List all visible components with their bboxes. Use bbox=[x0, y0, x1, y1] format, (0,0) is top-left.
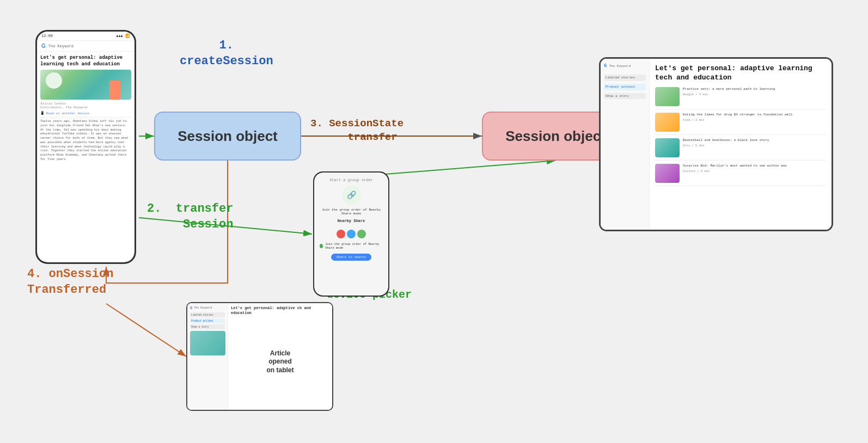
device-avatar-2 bbox=[347, 230, 356, 238]
step2-label: 2. transfer Session bbox=[147, 201, 233, 232]
article-opened-text: Articleopenedon tablet bbox=[267, 349, 294, 375]
device-avatar-1 bbox=[337, 230, 345, 238]
tablet-sidebar-item-1: Product actions bbox=[604, 84, 646, 90]
tablet-list-img-3 bbox=[655, 164, 680, 183]
nearby-share-header: Start a group order bbox=[329, 178, 373, 182]
device-item: Join the group order of Nearby Share mod… bbox=[317, 241, 386, 251]
tablet-list-text-0: Practice sets: a more personal path to l… bbox=[683, 87, 775, 91]
tablet-article-title: Let's get personal: adaptive learning te… bbox=[655, 64, 826, 83]
tablet-main: Let's get personal: adaptive learning te… bbox=[650, 59, 832, 230]
device-list: Join the group order of Nearby Share mod… bbox=[317, 241, 386, 251]
tablet-list-item-0: Practice sets: a more personal path to l… bbox=[655, 87, 826, 109]
tb-item-0: Limited stories bbox=[190, 312, 225, 317]
tb-item-1: Product actions bbox=[190, 318, 225, 323]
article-image bbox=[40, 70, 131, 100]
step4-label: 4. onSessionTransferred bbox=[27, 267, 113, 298]
step1-label: 1. createSession bbox=[180, 38, 273, 69]
tablet-destination: G The Keyword Limited stories Product ac… bbox=[599, 57, 833, 231]
tablet-list-item-2: Basketball and beatboxes: a black love s… bbox=[655, 138, 826, 161]
tablet-list-text-3: Surprise Bid: Marilyn's most wanted to s… bbox=[683, 164, 787, 168]
article-meta: Alicia Connio Contributor, The Keyword bbox=[40, 102, 131, 109]
article-body: Twelve years ago, Shantanu Sinha left hi… bbox=[40, 119, 131, 161]
session-box-left: Session object bbox=[154, 112, 301, 161]
tb-item-2: Show a story bbox=[190, 324, 225, 329]
nearby-share-label: Nearby Share bbox=[338, 219, 365, 223]
tablet-sidebar: G The Keyword Limited stories Product ac… bbox=[601, 59, 650, 230]
tb-img bbox=[190, 331, 225, 355]
tablet-sidebar-item-0: Limited stories bbox=[604, 75, 646, 81]
nearby-share-icon: 🔗 bbox=[342, 186, 361, 205]
tb-sidebar-top: G The Keyword bbox=[190, 306, 225, 310]
tablet-list-img-0 bbox=[655, 87, 680, 106]
article-opened-overlay: Articleopenedon tablet bbox=[231, 317, 329, 407]
tablet-article-list: Practice sets: a more personal path to l… bbox=[655, 87, 826, 186]
tb-g-logo: G bbox=[190, 306, 192, 310]
share-nearby-btn: Share to nearby bbox=[331, 254, 371, 261]
phone-source: 12:00 ▲▲▲ 📶 G The Keyword Let's get pers… bbox=[35, 30, 136, 264]
tablet-list-text-1: Eating the limes for drug $3 stronger to… bbox=[683, 113, 793, 117]
article-title: Let's get personal: adaptive learning te… bbox=[40, 55, 131, 67]
tb-keyword: The Keyword bbox=[194, 306, 212, 310]
step3-label: 3. SessionState transfer bbox=[310, 117, 404, 144]
tablet-list-meta-0: Google • 4 min bbox=[683, 93, 775, 96]
read-on-device: 📱 Read on another device bbox=[40, 111, 131, 118]
phone-content: Let's get personal: adaptive learning te… bbox=[37, 52, 135, 262]
tablet-list-img-2 bbox=[655, 138, 680, 157]
svg-line-8 bbox=[106, 304, 186, 356]
tablet-article-opened: G The Keyword Limited stories Product ac… bbox=[186, 302, 333, 411]
tablet-sidebar-item-2: Show a story bbox=[604, 93, 646, 100]
diagram-container: 1. createSession 2. transfer Session 3. … bbox=[0, 0, 868, 443]
tablet-list-img-1 bbox=[655, 113, 680, 132]
tablet-g-logo: G bbox=[604, 63, 607, 69]
device-dot bbox=[320, 244, 323, 248]
tablet-list-meta-2: Arts • 5 min bbox=[683, 144, 769, 147]
device-avatars bbox=[337, 230, 366, 238]
tb-main: Let's get personal: adaptive ch and educ… bbox=[228, 303, 332, 410]
keyword-text: The Keyword bbox=[48, 44, 74, 48]
tablet-list-meta-1: Food • 3 min bbox=[683, 118, 793, 122]
tablet-sidebar-top: G The Keyword bbox=[604, 63, 646, 69]
tablet-list-meta-3: Culture • 6 min bbox=[683, 169, 787, 173]
tablet-list-item-3: Surprise Bid: Marilyn's most wanted to s… bbox=[655, 164, 826, 186]
tablet-list-text-2: Basketball and beatboxes: a black love s… bbox=[683, 138, 769, 143]
phone-device-picker: Start a group order 🔗 Join the group ord… bbox=[313, 171, 389, 297]
tb-sidebar: G The Keyword Limited stories Product ac… bbox=[187, 303, 228, 410]
group-order-text: Join the group order of Nearby Share mod… bbox=[317, 208, 386, 216]
phone-status-bar: 12:00 ▲▲▲ 📶 bbox=[37, 32, 135, 41]
tb-article-header: Let's get personal: adaptive ch and educ… bbox=[228, 303, 332, 317]
phone-top-bar: G The Keyword bbox=[37, 41, 135, 52]
tablet-list-item-1: Eating the limes for drug $3 stronger to… bbox=[655, 113, 826, 135]
google-logo: G bbox=[41, 43, 46, 49]
tablet-keyword: The Keyword bbox=[609, 64, 631, 68]
device-avatar-3 bbox=[357, 230, 366, 238]
